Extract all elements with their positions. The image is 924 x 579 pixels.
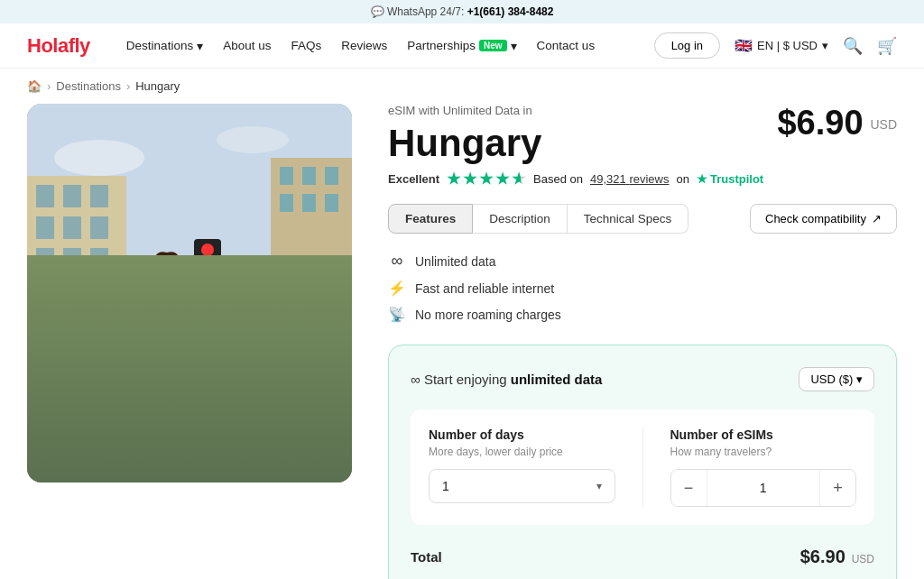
feature-unlimited: ∞ Unlimited data (388, 252, 897, 271)
tp-star-icon: ★ (697, 172, 707, 186)
days-sublabel: More days, lower daily price (429, 446, 615, 458)
svg-rect-5 (63, 185, 81, 207)
days-label: Number of days (429, 427, 615, 442)
svg-point-32 (189, 263, 217, 292)
star-1 (447, 171, 461, 186)
total-label: Total (411, 549, 442, 565)
phone-link[interactable]: +1(661) 384-8482 (467, 5, 554, 18)
nav-contact[interactable]: Contact us (537, 39, 596, 52)
feature-text-roaming: No more roaming charges (415, 308, 561, 322)
svg-point-1 (54, 140, 144, 176)
esims-sublabel: How many travelers? (670, 446, 857, 458)
destination-photo-svg (27, 104, 352, 482)
destination-photo (27, 104, 352, 482)
svg-rect-15 (302, 167, 316, 185)
destination-info: eSIM with Unlimited Data in Hungary $6.9… (388, 104, 897, 579)
order-header: ∞ Start enjoying unlimited data USD ($) … (411, 367, 874, 391)
tab-description[interactable]: Description (473, 204, 568, 234)
svg-rect-10 (36, 248, 54, 271)
svg-point-28 (151, 254, 183, 287)
days-value: 1 (442, 479, 449, 493)
whatsapp-icon: 💬 (371, 5, 384, 18)
review-count: 49,321 (590, 172, 626, 186)
cart-icon[interactable]: 🛒 (877, 36, 897, 56)
svg-rect-36 (184, 326, 191, 338)
no-roaming-icon: 📡 (388, 306, 406, 323)
title-section: eSIM with Unlimited Data in Hungary (388, 104, 541, 164)
lang-label: EN | $ USD (757, 39, 818, 52)
star-3 (479, 171, 494, 186)
tab-features[interactable]: Features (388, 204, 473, 234)
svg-rect-18 (302, 194, 316, 212)
days-dropdown[interactable]: 1 ▾ (429, 469, 615, 503)
currency-selector[interactable]: USD ($) ▾ (799, 367, 874, 391)
review-text-based: Based on (533, 172, 583, 186)
currency-label: USD ($) (810, 372, 853, 386)
svg-point-24 (201, 244, 214, 256)
flag-icon: 🇬🇧 (735, 37, 753, 54)
total-price-section: $6.90 USD (800, 547, 874, 567)
nav-faqs[interactable]: FAQs (291, 39, 321, 52)
language-selector[interactable]: 🇬🇧 EN | $ USD ▾ (735, 37, 828, 54)
svg-rect-9 (90, 216, 108, 239)
search-icon[interactable]: 🔍 (843, 36, 863, 56)
check-compatibility-button[interactable]: Check compatibility ↗ (750, 204, 897, 234)
svg-line-34 (180, 302, 191, 327)
tab-technical-specs[interactable]: Technical Specs (568, 204, 689, 234)
nav-links: Destinations ▾ About us FAQs Reviews Par… (126, 39, 627, 53)
svg-rect-11 (63, 248, 81, 271)
breadcrumb-destinations[interactable]: Destinations (56, 79, 121, 93)
chevron-down-icon-partnerships: ▾ (511, 39, 517, 53)
chevron-down-icon-currency: ▾ (856, 372, 863, 386)
stars (447, 171, 526, 186)
svg-rect-21 (27, 347, 352, 365)
svg-rect-19 (325, 194, 338, 212)
topbar-text: WhatsApp 24/7: (387, 5, 464, 18)
reviews-link[interactable]: 49,321 reviews (590, 172, 669, 186)
on-text: on (677, 172, 689, 186)
nav-destinations[interactable]: Destinations ▾ (126, 39, 203, 53)
logo[interactable]: Holafly (27, 34, 90, 58)
features-list: ∞ Unlimited data ⚡ Fast and reliable int… (388, 252, 897, 323)
esims-plus-button[interactable]: + (819, 470, 855, 506)
tabs-row: Features Description Technical Specs Che… (388, 204, 897, 234)
days-field-group: Number of days More days, lower daily pr… (429, 427, 615, 507)
svg-rect-13 (271, 158, 352, 356)
reviews-word: reviews (629, 172, 669, 186)
chevron-down-icon: ▾ (197, 39, 203, 53)
total-price: $6.90 (800, 547, 845, 566)
esims-value: 1 (707, 481, 820, 495)
svg-point-38 (32, 370, 77, 415)
svg-rect-17 (280, 194, 293, 212)
nav-about[interactable]: About us (223, 39, 271, 52)
breadcrumb: 🏠 › Destinations › Hungary (0, 69, 924, 104)
login-button[interactable]: Log in (654, 32, 720, 59)
top-bar: 💬 WhatsApp 24/7: +1(661) 384-8482 (0, 0, 924, 23)
new-badge: New (479, 40, 507, 51)
order-header-bold: unlimited data (511, 372, 603, 387)
infinity-icon: ∞ (388, 252, 406, 271)
order-title: ∞ Start enjoying unlimited data (411, 372, 602, 387)
price-main: $6.90 (777, 104, 863, 142)
home-icon[interactable]: 🏠 (27, 79, 42, 93)
nav-partnerships[interactable]: Partnerships New ▾ (407, 39, 516, 53)
tabs: Features Description Technical Specs (388, 204, 688, 234)
external-link-icon: ↗ (872, 212, 882, 225)
feature-roaming: 📡 No more roaming charges (388, 306, 897, 323)
trustpilot-label: ★ Trustpilot (697, 172, 763, 186)
svg-rect-31 (185, 320, 221, 325)
breadcrumb-sep-2: › (126, 79, 130, 93)
svg-point-37 (126, 451, 217, 469)
main-nav: Holafly Destinations ▾ About us FAQs Rev… (0, 23, 924, 69)
svg-rect-16 (325, 167, 338, 185)
svg-point-39 (298, 356, 334, 392)
svg-rect-7 (36, 216, 54, 239)
fields-divider (642, 427, 643, 507)
breadcrumb-current: Hungary (135, 79, 180, 93)
svg-rect-20 (27, 356, 352, 482)
feature-fast: ⚡ Fast and reliable internet (388, 280, 897, 297)
esims-minus-button[interactable]: − (671, 470, 707, 506)
svg-rect-6 (90, 185, 108, 207)
svg-rect-12 (90, 248, 108, 271)
nav-reviews[interactable]: Reviews (341, 39, 387, 52)
